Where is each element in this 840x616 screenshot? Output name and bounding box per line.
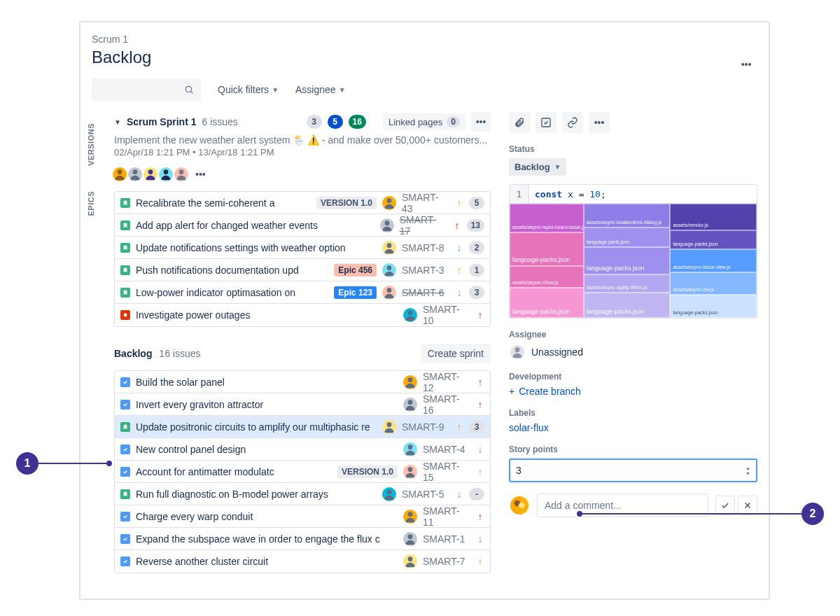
issue-row[interactable]: Reverse another cluster circuitSMART-7↑ (115, 550, 490, 573)
assignee-value[interactable]: Unassigned (509, 344, 757, 360)
chevron-down-icon[interactable]: ▼ (114, 118, 121, 126)
issue-key[interactable]: SMART-3 (402, 265, 449, 276)
avatar[interactable] (173, 166, 190, 183)
avatars-more-button[interactable]: ••• (195, 169, 206, 180)
issue-title: Push notifications documentation upd (136, 265, 328, 276)
issue-key[interactable]: SMART-8 (402, 242, 449, 253)
issue-row[interactable]: New control panel designSMART-4↓ (115, 438, 490, 461)
svg-point-7 (387, 198, 392, 203)
issue-row[interactable]: Recalibrate the semi-coherent aVERSION 1… (115, 192, 490, 214)
linked-pages-button[interactable]: Linked pages 0 (383, 113, 465, 130)
comment-submit-button[interactable] (715, 496, 735, 515)
issue-key[interactable]: SMART-11 (423, 505, 470, 528)
avatar[interactable] (111, 166, 128, 183)
assignee-avatar (403, 398, 417, 412)
epic-badge[interactable]: Epic 456 (334, 264, 377, 276)
issue-key[interactable]: SMART-10 (423, 304, 470, 326)
chevron-down-icon: ▼ (554, 163, 561, 171)
task-type-icon (120, 377, 130, 387)
sprint-dates: 02/Apr/18 1:21 PM • 13/Apr/18 1:21 PM (114, 147, 491, 158)
svg-rect-23 (542, 118, 550, 127)
search-input[interactable] (92, 78, 201, 101)
issue-row[interactable]: Update notifications settings with weath… (115, 237, 490, 259)
more-actions-button[interactable]: ••• (735, 53, 757, 76)
svg-point-13 (408, 310, 413, 315)
assignee-filter-dropdown[interactable]: Assignee▼ (295, 84, 346, 95)
issue-key[interactable]: SMART-6 (402, 287, 449, 298)
issue-row[interactable]: Charge every warp conduitSMART-11↑ (115, 505, 490, 528)
treemap-attachment[interactable]: assets/async-rapid-board-issue.js langua… (509, 204, 757, 318)
assignee-avatar (382, 420, 396, 434)
issue-title: Account for antimatter modulatc (136, 466, 332, 477)
svg-point-19 (387, 489, 392, 494)
plus-icon: + (509, 386, 514, 397)
chevron-down-icon: ▼ (272, 86, 279, 94)
quick-filters-dropdown[interactable]: Quick filters▼ (218, 84, 279, 95)
unassigned-avatar-icon (509, 344, 526, 360)
svg-point-12 (124, 314, 127, 317)
detail-more-button[interactable]: ••• (589, 112, 610, 133)
checkbox-icon (540, 117, 552, 128)
issue-key[interactable]: SMART-5 (402, 489, 449, 500)
issue-detail-panel: ••• Status Backlog ▼ 1 const x = 10; ass (493, 112, 769, 590)
issue-row[interactable]: Expand the subspace wave in order to eng… (115, 528, 490, 550)
sprint-title[interactable]: Scrum Sprint 1 (127, 116, 197, 127)
label-chip[interactable]: solar-flux (509, 422, 757, 433)
svg-point-18 (408, 467, 413, 472)
task-type-icon (120, 400, 130, 410)
avatar[interactable] (142, 166, 159, 183)
story-points-badge: 3 (469, 286, 484, 299)
issue-key[interactable]: SMART-16 (423, 393, 470, 416)
issue-key[interactable]: SMART-1 (423, 533, 470, 545)
versions-tab[interactable]: VERSIONS (87, 123, 95, 166)
avatar[interactable] (127, 166, 144, 183)
create-branch-link[interactable]: + Create branch (509, 386, 757, 397)
number-spinner-icon[interactable]: ▲▼ (746, 465, 750, 476)
link-icon (567, 117, 578, 128)
svg-point-17 (408, 444, 413, 449)
issue-row[interactable]: Build the solar panelSMART-12↑ (115, 371, 490, 393)
story-type-icon (120, 265, 130, 275)
issue-row[interactable]: Investigate power outagesSMART-10↑ (115, 304, 490, 326)
svg-point-9 (387, 243, 392, 248)
issue-row[interactable]: Invert every graviton attractorSMART-16↑ (115, 393, 490, 416)
issue-key[interactable]: SMART-17 (400, 214, 447, 237)
issue-row[interactable]: Push notifications documentation updEpic… (115, 259, 490, 281)
epics-tab[interactable]: EPICS (87, 191, 95, 216)
issue-key[interactable]: SMART-15 (423, 461, 470, 483)
create-sprint-button[interactable]: Create sprint (421, 344, 491, 363)
assignee-avatars: ••• (114, 166, 491, 183)
story-points-badge: 1 (469, 264, 484, 276)
sprint-more-button[interactable]: ••• (471, 112, 491, 132)
side-tabs: VERSIONS EPICS (80, 112, 102, 590)
issue-key[interactable]: SMART-43 (402, 192, 449, 214)
check-icon (720, 500, 730, 510)
labels-label: Labels (509, 408, 757, 418)
epic-badge[interactable]: Epic 123 (334, 286, 377, 299)
issue-row[interactable]: Run full diagnostic on B-model power arr… (115, 483, 490, 505)
issue-key[interactable]: SMART-4 (423, 444, 470, 455)
paperclip-icon (514, 117, 525, 128)
avatar[interactable] (158, 166, 174, 183)
code-line-number: 1 (510, 185, 529, 203)
issue-row[interactable]: Low-power indicator optimasation onEpic … (115, 281, 490, 304)
breadcrumb[interactable]: Scrum 1 (80, 22, 769, 48)
assignee-avatar (403, 510, 417, 524)
issue-key[interactable]: SMART-12 (423, 371, 470, 393)
assignee-avatar (403, 308, 417, 322)
issue-row[interactable]: Add app alert for changed weather events… (115, 214, 490, 237)
issue-row[interactable]: Account for antimatter modulatcVERSION 1… (115, 461, 490, 483)
assignee-avatar (403, 375, 417, 389)
assignee-avatar (382, 196, 396, 210)
comment-cancel-button[interactable] (738, 496, 757, 515)
subtask-button[interactable] (536, 112, 556, 133)
status-dropdown[interactable]: Backlog ▼ (509, 158, 566, 176)
link-button[interactable] (562, 112, 583, 133)
attachment-button[interactable] (509, 112, 530, 133)
assignee-label: Assignee (509, 330, 757, 340)
priority-high-icon: ↑ (476, 399, 484, 410)
issue-key[interactable]: SMART-9 (402, 421, 449, 433)
story-points-input[interactable]: 3 ▲▼ (509, 458, 757, 482)
issue-key[interactable]: SMART-7 (423, 556, 470, 567)
issue-row[interactable]: Update positronic circuits to amplify ou… (115, 416, 490, 438)
